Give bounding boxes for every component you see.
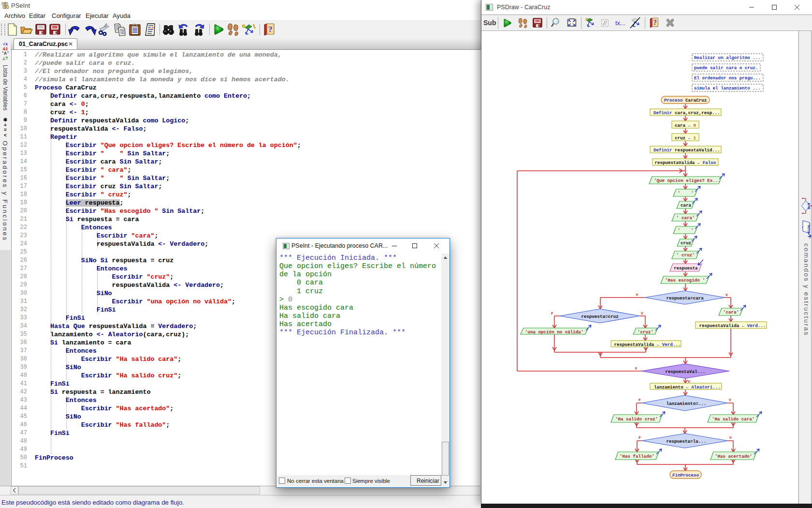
svg-text:respuestaValida ← Verd...: respuestaValida ← Verd...	[699, 323, 766, 329]
svg-text:Definir respuestaValid...: Definir respuestaValid...	[653, 148, 720, 153]
svg-text:F: F	[638, 398, 641, 402]
svg-text:simula el lanzamiento ...: simula el lanzamiento ...	[694, 86, 761, 91]
svg-text:V: V	[729, 398, 731, 402]
svg-text:respuesta=cara: respuesta=cara	[667, 296, 704, 301]
svg-text:A>B: A>B	[807, 203, 811, 209]
svg-text:'Has acertado': 'Has acertado'	[715, 454, 752, 459]
svg-text:F: F	[635, 366, 638, 371]
svg-text:lanzamiento ← Aleatori...: lanzamiento ← Aleatori...	[654, 385, 721, 390]
svg-text:El ordenador nos pregu...: El ordenador nos pregu...	[694, 75, 761, 81]
svg-text:respuesta=cruz: respuesta=cruz	[581, 314, 619, 319]
svg-text:respuestaValida ← Falso: respuestaValida ← Falso	[655, 160, 716, 165]
svg-text:Proceso CaraCruz: Proceso CaraCruz	[664, 98, 707, 103]
svg-text:cara: cara	[681, 203, 692, 208]
svg-text:F: F	[551, 311, 553, 315]
svg-text:V: V	[729, 435, 732, 440]
svg-text:'Has fallado': 'Has fallado'	[620, 454, 654, 459]
svg-text:' ': ' '	[678, 228, 694, 233]
svg-text:'Ha salido cara': 'Ha salido cara'	[712, 417, 754, 422]
svg-text:V: V	[688, 379, 690, 384]
svg-text:F: F	[638, 435, 641, 440]
svg-text:' ': ' '	[678, 191, 694, 196]
svg-text:V: V	[641, 311, 643, 315]
svg-text:?: ?	[653, 19, 657, 26]
svg-text:' cara': ' cara'	[676, 215, 695, 221]
svg-text:'Has escogido ': 'Has escogido '	[665, 278, 705, 283]
svg-text:'cara': 'cara'	[723, 310, 739, 315]
svg-text:lanzamiento=...: lanzamiento=...	[667, 401, 707, 406]
svg-text:cruz: cruz	[681, 240, 691, 246]
svg-text:'cruz': 'cruz'	[638, 329, 653, 335]
svg-text:'Ha salido cruz': 'Ha salido cruz'	[615, 417, 658, 422]
svg-text:respuesta: respuesta	[674, 266, 698, 271]
svg-text:F: F	[636, 293, 638, 297]
svg-text:FinProceso: FinProceso	[672, 473, 699, 478]
svg-text:cruz ← 1: cruz ← 1	[675, 135, 696, 141]
svg-text:Realizar un algoritmo ...: Realizar un algoritmo ...	[694, 55, 761, 60]
svg-text:Definir cara,cruz,resp...: Definir cara,cruz,resp...	[653, 110, 720, 116]
svg-text://: //	[603, 20, 607, 27]
svg-text:puede salir cara o cruz.: puede salir cara o cruz.	[694, 65, 758, 71]
svg-text:respuestaVal...: respuestaVal...	[666, 369, 706, 374]
svg-text:?: ?	[268, 25, 273, 34]
svg-text:'una opción no válida': 'una opción no válida'	[525, 329, 583, 335]
svg-text:respuesta=la...: respuesta=la...	[667, 439, 707, 444]
svg-text:cara ← 0: cara ← 0	[675, 123, 696, 128]
svg-text:' cruz': ' cruz'	[676, 253, 695, 258]
svg-text:'Que opcion eliges? Es...: 'Que opcion eliges? Es...	[654, 178, 721, 183]
svg-text:respuestaValida ← Verd...: respuestaValida ← Verd...	[614, 342, 681, 347]
svg-text:V: V	[725, 293, 728, 297]
